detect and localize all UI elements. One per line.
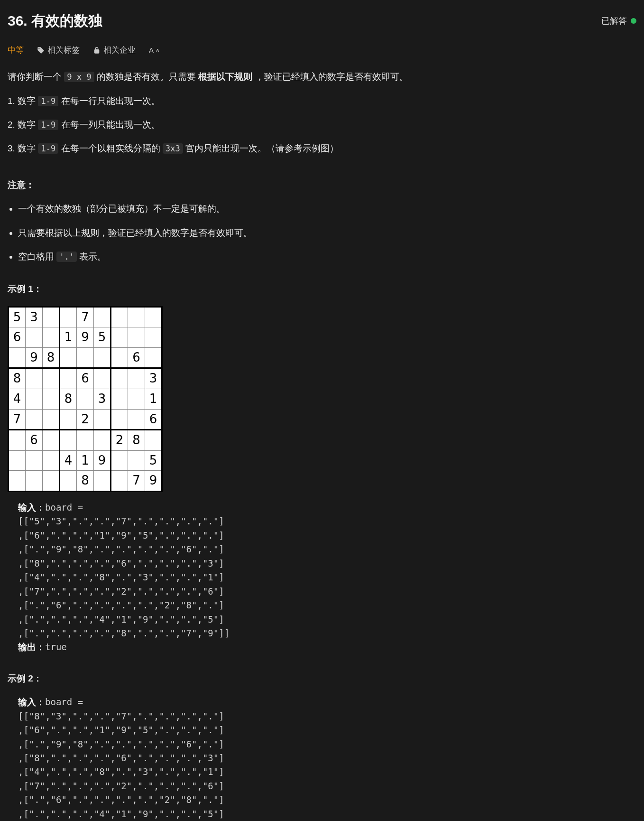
intro-paragraph: 请你判断一个 9 x 9 的数独是否有效。只需要 根据以下规则 ，验证已经填入的… — [8, 70, 636, 84]
sudoku-cell: 9 — [26, 347, 43, 368]
sudoku-board: 537619598686348317266284195879 — [8, 306, 163, 492]
sudoku-cell — [60, 368, 77, 389]
sudoku-cell: 5 — [9, 307, 26, 327]
sudoku-cell: 2 — [77, 409, 94, 430]
sudoku-cell: 3 — [94, 389, 111, 410]
sudoku-cell: 6 — [128, 347, 145, 368]
tab-companies-label: 相关企业 — [103, 44, 136, 56]
sudoku-cell — [128, 307, 145, 327]
sudoku-cell: 8 — [128, 430, 145, 451]
sudoku-cell: 7 — [77, 307, 94, 327]
rule-2: 2. 数字 1-9 在每一列只能出现一次。 — [8, 118, 636, 132]
sudoku-cell: 5 — [94, 327, 111, 348]
sudoku-cell — [128, 368, 145, 389]
sudoku-cell: 9 — [145, 471, 162, 492]
sudoku-cell — [43, 368, 60, 389]
sudoku-cell: 4 — [9, 389, 26, 410]
status-dot-icon — [631, 18, 636, 24]
problem-content: 请你判断一个 9 x 9 的数独是否有效。只需要 根据以下规则 ，验证已经填入的… — [8, 70, 636, 821]
sudoku-cell — [145, 327, 162, 348]
sudoku-cell: 9 — [94, 450, 111, 471]
inline-code: 9 x 9 — [64, 72, 94, 82]
tab-font-size[interactable]: Aᴀ — [149, 45, 159, 56]
sudoku-cell: 6 — [9, 327, 26, 348]
tab-related-tags[interactable]: 相关标签 — [37, 44, 80, 56]
sudoku-cell — [26, 409, 43, 430]
sudoku-cell — [145, 347, 162, 368]
sudoku-cell — [26, 368, 43, 389]
sudoku-cell: 6 — [145, 409, 162, 430]
font-large: A — [149, 45, 153, 56]
sudoku-cell: 2 — [111, 430, 128, 451]
sudoku-cell — [94, 368, 111, 389]
sudoku-cell — [60, 471, 77, 492]
sudoku-cell: 8 — [77, 471, 94, 492]
sudoku-cell — [60, 307, 77, 327]
rule-1: 1. 数字 1-9 在每一行只能出现一次。 — [8, 94, 636, 108]
sudoku-cell — [26, 327, 43, 348]
sudoku-cell — [94, 430, 111, 451]
notice-item-3: 空白格用 '.' 表示。 — [18, 250, 636, 264]
sudoku-cell — [77, 347, 94, 368]
sudoku-cell — [94, 307, 111, 327]
sudoku-cell — [111, 307, 128, 327]
example-1-heading: 示例 1： — [8, 282, 636, 296]
sudoku-cell — [43, 430, 60, 451]
sudoku-cell — [9, 450, 26, 471]
sudoku-cell — [60, 409, 77, 430]
tab-difficulty[interactable]: 中等 — [8, 44, 24, 56]
sudoku-cell: 5 — [145, 450, 162, 471]
page-title: 36. 有效的数独 — [8, 9, 102, 32]
sudoku-cell — [26, 389, 43, 410]
sudoku-cell — [128, 409, 145, 430]
sudoku-cell — [111, 409, 128, 430]
sudoku-cell: 8 — [43, 347, 60, 368]
sudoku-cell: 8 — [9, 368, 26, 389]
sudoku-cell — [43, 409, 60, 430]
sudoku-cell — [94, 409, 111, 430]
tab-difficulty-label: 中等 — [8, 44, 24, 56]
sudoku-cell — [43, 327, 60, 348]
sudoku-cell: 8 — [60, 389, 77, 410]
sudoku-cell: 6 — [77, 368, 94, 389]
sudoku-cell — [43, 389, 60, 410]
sudoku-cell — [9, 347, 26, 368]
example-1-code: 输入：board = [["5","3",".",".","7",".","."… — [8, 501, 636, 654]
sudoku-cell: 4 — [60, 450, 77, 471]
sudoku-cell — [128, 389, 145, 410]
sudoku-cell — [111, 450, 128, 471]
sudoku-cell — [43, 307, 60, 327]
sudoku-cell — [60, 430, 77, 451]
sudoku-cell: 6 — [26, 430, 43, 451]
sudoku-cell — [94, 347, 111, 368]
notice-heading: 注意： — [8, 178, 636, 192]
notice-list: 一个有效的数独（部分已被填充）不一定是可解的。 只需要根据以上规则，验证已经填入… — [8, 202, 636, 264]
example-2-heading: 示例 2： — [8, 672, 636, 686]
sudoku-cell: 9 — [77, 327, 94, 348]
sudoku-cell — [77, 430, 94, 451]
notice-item-1: 一个有效的数独（部分已被填充）不一定是可解的。 — [18, 202, 636, 216]
sudoku-cell — [26, 450, 43, 471]
sudoku-cell — [26, 471, 43, 492]
tab-related-companies[interactable]: 相关企业 — [93, 44, 136, 56]
font-small: ᴀ — [156, 46, 159, 55]
sudoku-cell — [111, 368, 128, 389]
sudoku-cell — [111, 389, 128, 410]
sudoku-cell — [60, 347, 77, 368]
header: 36. 有效的数独 已解答 — [8, 9, 636, 32]
sudoku-cell — [111, 347, 128, 368]
rule-3: 3. 数字 1-9 在每一个以粗实线分隔的 3x3 宫内只能出现一次。（请参考示… — [8, 141, 636, 156]
tabs: 中等 相关标签 相关企业 Aᴀ — [8, 44, 636, 56]
status-badge: 已解答 — [601, 14, 636, 28]
sudoku-cell: 1 — [77, 450, 94, 471]
tag-icon — [37, 47, 45, 54]
sudoku-cell — [145, 307, 162, 327]
status-label: 已解答 — [601, 14, 627, 28]
sudoku-cell — [43, 471, 60, 492]
sudoku-cell — [9, 430, 26, 451]
sudoku-cell — [9, 471, 26, 492]
sudoku-cell: 1 — [60, 327, 77, 348]
lock-icon — [93, 47, 101, 54]
sudoku-cell — [111, 327, 128, 348]
rules-list: 1. 数字 1-9 在每一行只能出现一次。 2. 数字 1-9 在每一列只能出现… — [8, 94, 636, 156]
